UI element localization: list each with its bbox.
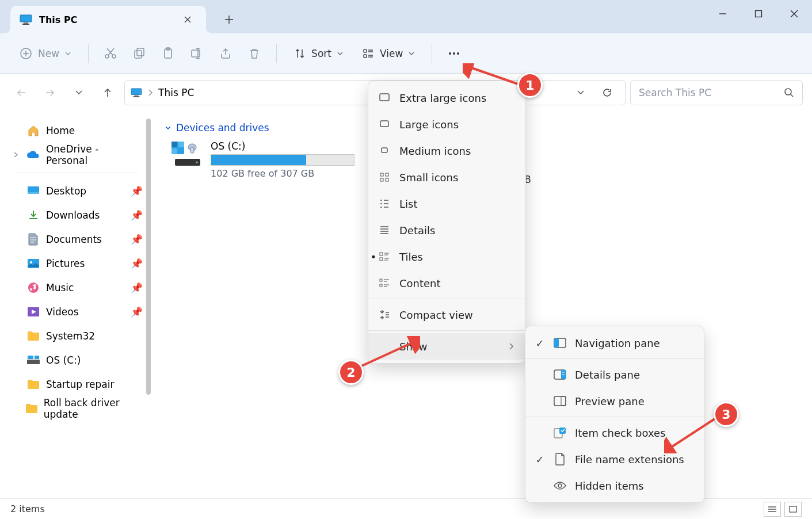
- downloads-icon: [26, 208, 40, 222]
- trash-icon: [248, 47, 261, 60]
- show-menu-preview-pane[interactable]: Preview pane: [525, 388, 704, 414]
- new-tab-button[interactable]: [218, 8, 241, 31]
- svg-rect-18: [134, 95, 138, 96]
- pin-icon: 📌: [131, 234, 143, 245]
- maximize-button[interactable]: [741, 0, 776, 28]
- arrow-right-icon: [45, 87, 55, 98]
- sidebar-item-system32[interactable]: System32: [7, 324, 148, 348]
- sidebar-item-onedrive[interactable]: OneDrive - Personal: [7, 143, 148, 167]
- address-history-button[interactable]: [569, 81, 593, 105]
- checkbox-icon: [553, 426, 567, 440]
- close-window-button[interactable]: [776, 0, 812, 28]
- square-icon: [378, 117, 391, 131]
- recent-locations-button[interactable]: [67, 81, 91, 105]
- check-icon: ✓: [535, 337, 545, 349]
- more-button[interactable]: [441, 41, 467, 66]
- view-menu-compact-view[interactable]: Compact view: [368, 302, 525, 328]
- sidebar-divider: [16, 173, 139, 173]
- sidebar-item-desktop[interactable]: Desktop📌: [7, 179, 148, 203]
- more-icon: [448, 47, 460, 60]
- view-menu-medium-icons[interactable]: Medium icons: [368, 138, 525, 164]
- separator: [276, 44, 277, 63]
- sidebar-item-documents[interactable]: Documents📌: [7, 227, 148, 251]
- square-icon: [378, 144, 391, 158]
- svg-point-15: [453, 52, 455, 55]
- eye-icon: [553, 479, 567, 493]
- compact-icon: [378, 308, 391, 322]
- svg-rect-53: [554, 396, 566, 406]
- show-menu-navigation-pane[interactable]: ✓Navigation pane: [525, 330, 704, 356]
- svg-rect-28: [35, 356, 39, 359]
- chevron-right-icon: [508, 342, 514, 350]
- sidebar-item-downloads[interactable]: Downloads📌: [7, 203, 148, 227]
- videos-icon: [26, 305, 40, 319]
- view-button[interactable]: View: [354, 41, 422, 66]
- close-tab-button[interactable]: [178, 10, 197, 29]
- show-menu-item-check-boxes[interactable]: Item check boxes: [525, 419, 704, 446]
- rename-button[interactable]: [184, 41, 209, 66]
- pin-icon: 📌: [131, 209, 143, 221]
- sidebar-scrollbar[interactable]: [146, 119, 151, 395]
- cut-button[interactable]: [98, 41, 123, 66]
- search-box[interactable]: [630, 80, 803, 105]
- sidebar-item-videos[interactable]: Videos📌: [7, 300, 148, 324]
- expand-icon[interactable]: [10, 152, 21, 158]
- pin-icon: 📌: [131, 282, 143, 293]
- sidebar-item-music[interactable]: Music📌: [7, 276, 148, 300]
- sort-button[interactable]: Sort: [286, 41, 351, 66]
- drive-usage-bar: [211, 154, 354, 166]
- show-menu-hidden-items[interactable]: Hidden items: [525, 472, 704, 499]
- view-menu-extra-large-icons[interactable]: Extra large icons: [368, 85, 525, 111]
- sidebar-item-startup-repair[interactable]: Startup repair: [7, 372, 148, 396]
- pin-icon: 📌: [131, 185, 143, 197]
- view-menu-show[interactable]: Show: [368, 333, 525, 360]
- show-menu-file-name-extensions[interactable]: ✓File name extensions: [525, 446, 704, 472]
- view-menu-content[interactable]: Content: [368, 270, 525, 296]
- paste-button[interactable]: [155, 41, 181, 66]
- drive-free-space: 102 GB free of 307 GB: [211, 168, 372, 179]
- search-input[interactable]: [639, 87, 784, 98]
- details-view-button[interactable]: [764, 502, 781, 517]
- view-menu-large-icons[interactable]: Large icons: [368, 111, 525, 138]
- new-button[interactable]: New: [12, 41, 79, 66]
- sidebar-item-roll-back[interactable]: Roll back driver update: [7, 396, 148, 421]
- show-menu-details-pane[interactable]: Details pane: [525, 361, 704, 388]
- view-menu-list[interactable]: List: [368, 190, 525, 217]
- minimize-icon: [719, 10, 727, 18]
- chevron-down-icon: [409, 51, 414, 56]
- share-button[interactable]: [213, 41, 238, 66]
- delete-button[interactable]: [242, 41, 267, 66]
- forward-button[interactable]: [38, 81, 62, 105]
- back-button[interactable]: [9, 81, 33, 105]
- grid-icon: [789, 506, 797, 513]
- plus-circle-icon: [20, 47, 32, 60]
- documents-icon: [26, 232, 40, 246]
- view-menu-small-icons[interactable]: Small icons: [368, 164, 525, 190]
- sidebar-item-os-c[interactable]: OS (C:): [7, 348, 148, 372]
- view-icon: [363, 48, 374, 59]
- nav-pane-icon: [553, 336, 567, 350]
- drive-name: OS (C:): [211, 140, 354, 152]
- window-tab[interactable]: This PC: [10, 6, 206, 33]
- sidebar-item-pictures[interactable]: Pictures📌: [7, 251, 148, 276]
- menu-divider: [368, 299, 525, 299]
- up-button[interactable]: [96, 81, 120, 105]
- svg-rect-2: [22, 24, 29, 25]
- arrow-left-icon: [16, 87, 26, 98]
- svg-rect-29: [28, 356, 33, 359]
- grid-icon: [378, 170, 391, 184]
- drive-os-c[interactable]: OS (C:) 102 GB free of 307 GB: [170, 140, 372, 179]
- copy-button[interactable]: [127, 41, 152, 66]
- svg-rect-42: [386, 173, 388, 176]
- large-icons-view-button[interactable]: [784, 502, 802, 517]
- view-menu: Extra large icons Large icons Medium ico…: [368, 81, 526, 364]
- view-menu-tiles[interactable]: Tiles: [368, 243, 525, 270]
- minimize-button[interactable]: [705, 0, 741, 28]
- breadcrumb-location[interactable]: This PC: [158, 87, 194, 98]
- tiles-icon: [378, 250, 391, 264]
- refresh-button[interactable]: [595, 81, 619, 105]
- clipboard-icon: [162, 47, 174, 60]
- view-menu-details[interactable]: Details: [368, 217, 525, 243]
- pin-icon: 📌: [131, 258, 143, 269]
- sidebar-item-home[interactable]: Home: [7, 119, 148, 143]
